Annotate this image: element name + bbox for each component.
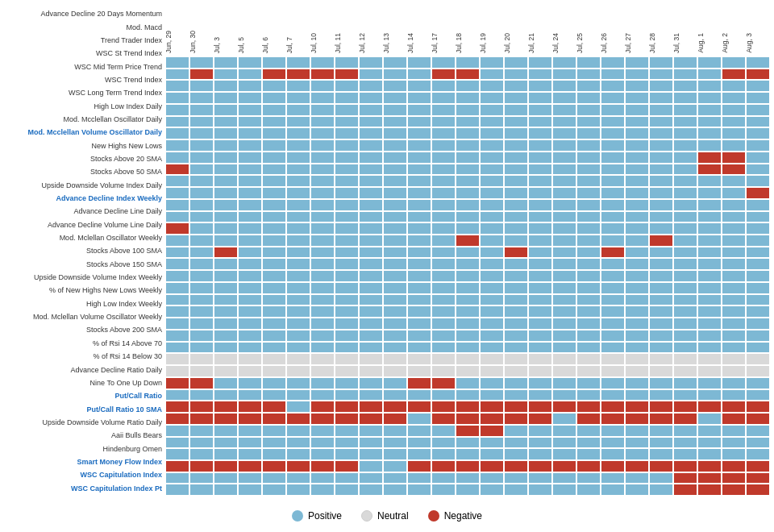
cell-3-17 (576, 92, 601, 104)
cell-35-9 (383, 472, 407, 484)
cell-21-4 (262, 305, 286, 318)
grid-row-4 (165, 104, 770, 116)
cell-25-0 (165, 353, 189, 365)
cell-16-13 (480, 247, 504, 259)
cell-9-5 (286, 164, 310, 176)
cell-10-5 (286, 175, 310, 187)
cell-20-24 (746, 294, 770, 306)
row-label-33: Hindenburg Omen (4, 443, 162, 456)
cell-21-12 (456, 305, 480, 318)
cell-27-22 (697, 377, 722, 389)
cell-17-9 (383, 258, 407, 270)
cell-6-22 (697, 127, 722, 139)
cell-11-21 (673, 187, 697, 199)
cell-12-2 (214, 199, 238, 211)
row-labels: Advance Decline 20 Days MomentumMod. Mac… (4, 8, 165, 496)
chart-container: Advance Decline 20 Days MomentumMod. Mac… (0, 0, 774, 500)
cell-33-22 (697, 448, 722, 460)
cell-20-2 (214, 294, 238, 306)
col-headers: Jun, 29Jun, 30Jul, 3Jul, 5Jul, 6Jul, 7Ju… (165, 8, 770, 56)
cell-26-4 (262, 365, 286, 377)
cell-32-19 (625, 437, 649, 449)
cell-22-15 (528, 318, 552, 330)
cell-4-24 (746, 104, 770, 116)
cell-20-8 (359, 294, 383, 306)
cell-1-18 (601, 69, 625, 81)
cell-8-19 (625, 152, 649, 164)
cell-8-17 (576, 152, 601, 164)
cell-4-7 (335, 104, 359, 116)
cell-36-22 (697, 484, 722, 496)
cell-1-19 (625, 69, 649, 81)
col-header-2: Jul, 3 (214, 37, 238, 53)
cell-29-3 (238, 401, 262, 413)
grid-row-19 (165, 282, 770, 294)
cell-16-5 (286, 247, 310, 259)
cell-21-6 (310, 305, 335, 318)
cell-15-16 (552, 235, 576, 247)
cell-12-6 (310, 199, 335, 211)
cell-1-12 (456, 69, 480, 81)
cell-19-23 (722, 282, 746, 294)
cell-26-0 (165, 365, 189, 377)
cell-25-5 (286, 353, 310, 365)
cell-35-13 (480, 472, 504, 484)
cell-9-7 (335, 164, 359, 176)
cell-5-12 (456, 116, 480, 128)
cell-32-3 (238, 437, 262, 449)
cell-26-21 (673, 365, 697, 377)
cell-5-13 (480, 116, 504, 128)
cell-29-12 (456, 401, 480, 413)
cell-2-13 (480, 80, 504, 92)
cell-6-23 (722, 127, 746, 139)
cell-9-16 (552, 164, 576, 176)
cell-17-0 (165, 258, 189, 270)
cell-14-5 (286, 222, 310, 235)
cell-4-14 (504, 104, 528, 116)
cell-7-11 (431, 139, 456, 152)
cell-9-13 (480, 164, 504, 176)
col-header-17: Jul, 25 (576, 33, 601, 53)
cell-3-20 (649, 92, 673, 104)
cell-8-6 (310, 152, 335, 164)
cell-24-23 (722, 342, 746, 354)
cell-24-12 (456, 342, 480, 354)
cell-8-3 (238, 152, 262, 164)
cell-17-18 (601, 258, 625, 270)
cell-34-5 (286, 460, 310, 472)
cell-20-4 (262, 294, 286, 306)
cell-27-19 (625, 377, 649, 389)
cell-33-18 (601, 448, 625, 460)
cell-31-4 (262, 425, 286, 437)
cell-22-9 (383, 318, 407, 330)
grid-row-29 (165, 401, 770, 413)
cell-23-22 (697, 330, 722, 342)
cell-17-12 (456, 258, 480, 270)
cell-24-6 (310, 342, 335, 354)
cell-7-23 (722, 139, 746, 152)
cell-15-7 (335, 235, 359, 247)
cell-30-17 (576, 413, 601, 425)
cell-0-21 (673, 56, 697, 69)
cell-0-1 (189, 56, 214, 69)
cell-18-11 (431, 270, 456, 282)
cell-25-19 (625, 353, 649, 365)
cell-6-0 (165, 127, 189, 139)
cell-5-17 (576, 116, 601, 128)
cell-36-10 (407, 484, 431, 496)
cell-14-0 (165, 222, 189, 235)
cell-4-13 (480, 104, 504, 116)
cell-16-16 (552, 247, 576, 259)
cell-7-24 (746, 139, 770, 152)
cell-13-12 (456, 211, 480, 223)
cell-22-14 (504, 318, 528, 330)
cell-33-2 (214, 448, 238, 460)
cell-15-10 (407, 235, 431, 247)
cell-8-0 (165, 152, 189, 164)
cell-29-18 (601, 401, 625, 413)
cell-10-10 (407, 175, 431, 187)
cell-34-18 (601, 460, 625, 472)
cell-5-15 (528, 116, 552, 128)
cell-5-7 (335, 116, 359, 128)
cell-31-11 (431, 425, 456, 437)
